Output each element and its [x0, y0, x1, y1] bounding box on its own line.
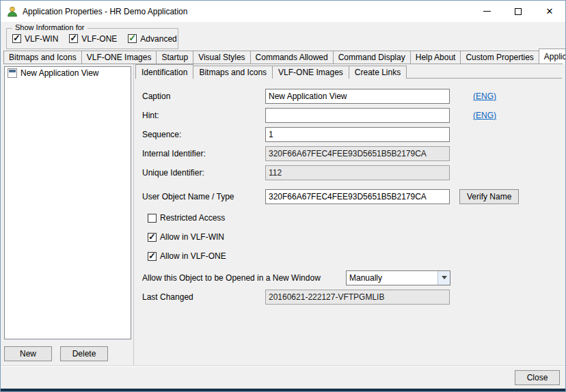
panel-divider — [133, 64, 134, 365]
user-object-label: User Object Name / Type — [142, 192, 265, 201]
show-information-groupbox: Show Information for VLF-WIN VLF-ONE Adv… — [6, 28, 178, 49]
new-button[interactable]: New — [4, 346, 52, 361]
sequence-input[interactable] — [265, 127, 450, 142]
unique-identifier-label: Unique Identifier: — [142, 168, 265, 178]
vlf-one-checkbox-box[interactable] — [69, 34, 78, 43]
tab-help-about[interactable]: Help About — [410, 51, 461, 64]
vlf-one-checkbox[interactable]: VLF-ONE — [69, 34, 117, 44]
tab-custom-properties[interactable]: Custom Properties — [460, 51, 539, 64]
verify-name-button[interactable]: Verify Name — [459, 189, 519, 204]
close-icon: ✕ — [546, 7, 554, 16]
allow-vlf-one-checkbox-box[interactable] — [148, 252, 157, 261]
last-changed-label: Last Changed — [142, 292, 265, 302]
sequence-label: Sequence: — [142, 130, 265, 139]
vlf-win-checkbox-label: VLF-WIN — [25, 34, 58, 44]
subtab-create-links[interactable]: Create Links — [349, 66, 407, 79]
open-in-new-window-dropdown[interactable]: Manually — [346, 270, 450, 285]
last-changed-field — [265, 290, 450, 305]
application-view-icon — [8, 68, 17, 78]
close-window-button[interactable]: ✕ — [534, 1, 565, 22]
advanced-checkbox-box[interactable] — [128, 34, 137, 43]
vlf-win-checkbox[interactable]: VLF-WIN — [12, 34, 58, 44]
minimize-icon — [483, 11, 491, 12]
tab-visual-styles[interactable]: Visual Styles — [193, 51, 250, 64]
restricted-access-label: Restricted Access — [160, 213, 225, 223]
caption-label: Caption — [142, 92, 265, 101]
title-bar: Application Properties - HR Demo Applica… — [1, 1, 565, 22]
list-item[interactable]: New Application View — [5, 67, 131, 79]
tab-application-views[interactable]: Application Views — [539, 48, 566, 64]
subtab-bitmaps-and-icons[interactable]: Bitmaps and Icons — [193, 66, 273, 79]
tab-vlf-one-images[interactable]: VLF-ONE Images — [81, 51, 157, 64]
caption-input[interactable] — [265, 89, 450, 104]
app-icon — [6, 5, 18, 18]
application-views-list[interactable]: New Application View — [4, 66, 131, 339]
open-in-new-window-label: Allow this Object to be Opened in a New … — [142, 273, 346, 283]
unique-identifier-field — [265, 165, 450, 180]
window-title: Application Properties - HR Demo Applica… — [23, 7, 187, 16]
allow-vlf-one-label: Allow in VLF-ONE — [160, 251, 226, 261]
user-object-input[interactable] — [265, 189, 450, 204]
restricted-access-checkbox-box[interactable] — [148, 214, 157, 223]
allow-vlf-win-checkbox[interactable]: Allow in VLF-WIN — [148, 232, 224, 242]
allow-vlf-win-checkbox-box[interactable] — [148, 233, 157, 242]
window-bottom-edge — [1, 389, 565, 391]
dropdown-value: Manually — [347, 273, 437, 283]
tab-commands-allowed[interactable]: Commands Allowed — [250, 51, 334, 64]
hint-input[interactable] — [265, 108, 450, 123]
hint-lang-link[interactable]: (ENG) — [473, 111, 496, 120]
allow-vlf-one-checkbox[interactable]: Allow in VLF-ONE — [148, 251, 226, 261]
maximize-button[interactable] — [502, 1, 534, 22]
advanced-checkbox[interactable]: Advanced — [128, 34, 176, 44]
application-views-panel: New Application View New Delete — [4, 66, 131, 361]
detail-tab-strip: Identification Bitmaps and Icons VLF-ONE… — [135, 64, 562, 79]
internal-identifier-field — [265, 146, 450, 161]
footer: Close — [1, 367, 565, 389]
subtab-identification[interactable]: Identification — [135, 64, 193, 79]
subtab-vlf-one-images[interactable]: VLF-ONE Images — [272, 66, 349, 79]
vlf-one-checkbox-label: VLF-ONE — [81, 34, 117, 44]
caption-lang-link[interactable]: (ENG) — [473, 92, 496, 101]
hint-label: Hint: — [142, 111, 265, 120]
vlf-win-checkbox-box[interactable] — [12, 34, 21, 43]
tab-startup[interactable]: Startup — [156, 51, 193, 64]
close-button[interactable]: Close — [515, 370, 560, 385]
delete-button[interactable]: Delete — [60, 346, 108, 361]
list-item-label: New Application View — [21, 68, 99, 78]
groupbox-legend: Show Information for — [12, 23, 87, 31]
application-properties-dialog: Application Properties - HR Demo Applica… — [0, 0, 566, 392]
detail-panel: Identification Bitmaps and Icons VLF-ONE… — [135, 64, 562, 364]
advanced-checkbox-label: Advanced — [140, 34, 176, 44]
identification-form: Caption (ENG) Hint: (ENG) Sequence: Inte… — [135, 79, 562, 305]
internal-identifier-label: Internal Identifier: — [142, 149, 265, 158]
restricted-access-checkbox[interactable]: Restricted Access — [148, 213, 225, 223]
main-tab-strip: Bitmaps and Icons VLF-ONE Images Startup… — [3, 49, 541, 64]
tab-bitmaps-and-icons[interactable]: Bitmaps and Icons — [3, 51, 82, 64]
tab-command-display[interactable]: Command Display — [333, 51, 411, 64]
maximize-icon — [515, 8, 522, 15]
minimize-button[interactable] — [471, 1, 502, 22]
allow-vlf-win-label: Allow in VLF-WIN — [160, 232, 224, 242]
chevron-down-icon[interactable] — [437, 271, 450, 285]
